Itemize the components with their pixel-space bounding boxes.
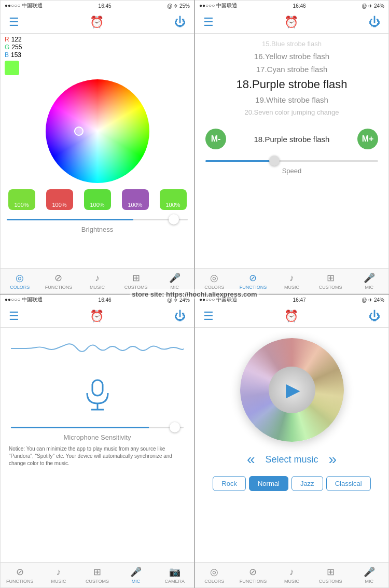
- q2-functions-label: FUNCTIONS: [240, 285, 267, 290]
- q4-tab-music[interactable]: ♪ MUSIC: [272, 563, 311, 587]
- q4-mic-icon: 🎤: [364, 566, 375, 578]
- q3-status-bar: ●●○○○ 中国联通 16:46 @ ✈ 24%: [1, 295, 194, 305]
- q4-next-btn[interactable]: »: [329, 451, 337, 468]
- q3-tab-mic[interactable]: 🎤 MIC: [117, 563, 156, 587]
- q2-carrier: ●●○○○ 中国联通: [199, 2, 237, 9]
- q1-colors-panel: ●●○○○ 中国联通 16:45 @ ✈ 25% ☰ ⏰ ⏻ R 122 G 2…: [0, 0, 195, 294]
- q4-carrier: ●●○○○ 中国联通: [199, 296, 237, 303]
- q4-functions-icon: ⊘: [249, 566, 257, 578]
- q1-time: 16:45: [99, 3, 112, 9]
- q1-tab-music[interactable]: ♪ MUSIC: [78, 269, 117, 293]
- q2-tab-customs[interactable]: ⊞ CUSTOMS: [311, 269, 350, 293]
- q1-status-bar: ●●○○○ 中国联通 16:45 @ ✈ 25%: [1, 1, 194, 11]
- q2-tab-functions[interactable]: ⊘ FUNCTIONS: [234, 269, 273, 293]
- q3-time: 16:46: [99, 297, 112, 303]
- q3-mic-icon-container: [1, 369, 194, 422]
- q2-func-name-display: 18.Purple strobe flash: [234, 135, 349, 144]
- q2-music-label: MUSIC: [284, 285, 299, 290]
- q1-mic-label: MIC: [170, 285, 179, 290]
- q4-genre-rock[interactable]: Rock: [213, 476, 246, 491]
- q1-brightness-slider[interactable]: [7, 214, 188, 225]
- q2-tab-bar: ◎ COLORS ⊘ FUNCTIONS ♪ MUSIC ⊞ CUSTOMS 🎤…: [195, 268, 388, 293]
- q3-menu-icon[interactable]: ☰: [9, 310, 19, 323]
- q1-music-label: MUSIC: [90, 285, 105, 290]
- q3-functions-icon: ⊘: [16, 566, 24, 578]
- q4-tab-mic[interactable]: 🎤 MIC: [350, 563, 388, 587]
- q2-music-icon: ♪: [289, 273, 294, 284]
- q2-speed-slider[interactable]: [205, 156, 378, 166]
- q4-status-bar: ●●○○○ 中国联通 16:47 @ ✈ 24%: [195, 295, 388, 305]
- q1-r-value: 122: [11, 36, 22, 43]
- q2-speed-section: Speed: [195, 156, 388, 179]
- q4-alarm-icon[interactable]: ⏰: [284, 310, 298, 323]
- q4-music-label: MUSIC: [284, 579, 299, 584]
- q2-alarm-icon[interactable]: ⏰: [284, 16, 298, 29]
- q2-colors-icon: ◎: [210, 272, 218, 284]
- q4-time: 16:47: [293, 297, 306, 303]
- q4-disc-center: ▶: [269, 367, 315, 413]
- q1-color-wheel[interactable]: [46, 79, 149, 183]
- q3-mic-sensitivity-section: Microphone Sensitivity: [1, 422, 194, 441]
- swatch-4[interactable]: 100%: [122, 189, 149, 210]
- swatch-1[interactable]: 100%: [8, 189, 35, 210]
- q1-alarm-icon[interactable]: ⏰: [90, 16, 104, 29]
- q3-alarm-icon[interactable]: ⏰: [90, 310, 104, 323]
- q1-customs-label: CUSTOMS: [124, 285, 148, 290]
- q2-func-item-18[interactable]: 18.Purple strobe flash: [205, 76, 378, 93]
- q2-m-minus-btn[interactable]: M-: [205, 129, 226, 149]
- swatch-3[interactable]: 100%: [84, 189, 111, 210]
- q4-genre-normal[interactable]: Normal: [249, 476, 288, 491]
- q1-r-label: R: [5, 36, 9, 43]
- q3-tab-customs[interactable]: ⊞ CUSTOMS: [78, 563, 117, 587]
- q2-speed-label: Speed: [205, 167, 378, 175]
- q3-sensitivity-slider[interactable]: [11, 422, 184, 432]
- q4-genre-jazz[interactable]: Jazz: [291, 476, 323, 491]
- q2-status-bar: ●●○○○ 中国联通 16:46 @ ✈ 24%: [195, 1, 388, 11]
- q2-customs-label: CUSTOMS: [319, 285, 342, 290]
- q1-brightness-thumb[interactable]: [169, 214, 179, 225]
- q2-tab-colors[interactable]: ◎ COLORS: [195, 269, 234, 293]
- q2-m-plus-btn[interactable]: M+: [357, 129, 378, 149]
- q2-func-item-19: 19.White strobe flash: [205, 93, 378, 106]
- q1-b-label: B: [5, 51, 9, 59]
- q2-power-icon[interactable]: ⏻: [369, 16, 380, 29]
- q3-music-icon: ♪: [56, 567, 61, 578]
- q3-tab-camera[interactable]: 📷 CAMERA: [155, 563, 194, 587]
- q4-music-disc[interactable]: ▶: [240, 338, 344, 442]
- q4-tab-colors[interactable]: ◎ COLORS: [195, 563, 234, 587]
- q3-nav-bar: ☰ ⏰ ⏻: [1, 305, 194, 328]
- q3-tab-music[interactable]: ♪ MUSIC: [39, 563, 78, 587]
- q1-tab-functions[interactable]: ⊘ FUNCTIONS: [39, 269, 78, 293]
- q2-tab-mic[interactable]: 🎤 MIC: [350, 269, 388, 293]
- q1-power-icon[interactable]: ⏻: [174, 16, 186, 29]
- q1-menu-icon[interactable]: ☰: [9, 16, 19, 29]
- q3-mic-panel: ●●○○○ 中国联通 16:46 @ ✈ 24% ☰ ⏰ ⏻ Microphon…: [0, 294, 195, 588]
- q4-nav-bar: ☰ ⏰ ⏻: [195, 305, 388, 328]
- q1-tab-customs[interactable]: ⊞ CUSTOMS: [117, 269, 156, 293]
- q1-g-value: 255: [11, 44, 22, 51]
- q3-power-icon[interactable]: ⏻: [174, 310, 186, 323]
- q4-menu-icon[interactable]: ☰: [203, 310, 214, 323]
- q2-menu-icon[interactable]: ☰: [203, 16, 214, 29]
- q2-time: 16:46: [293, 3, 306, 9]
- q3-sensitivity-thumb[interactable]: [170, 422, 180, 432]
- q3-camera-icon: 📷: [169, 566, 180, 578]
- swatch-5[interactable]: 100%: [160, 189, 187, 210]
- swatch-2[interactable]: 100%: [46, 189, 73, 210]
- q4-power-icon[interactable]: ⏻: [369, 310, 380, 323]
- q4-prev-btn[interactable]: «: [247, 451, 255, 468]
- q2-customs-icon: ⊞: [327, 272, 335, 284]
- q4-play-icon[interactable]: ▶: [286, 379, 300, 401]
- q4-tab-customs[interactable]: ⊞ CUSTOMS: [311, 563, 350, 587]
- q3-tab-functions[interactable]: ⊘ FUNCTIONS: [1, 563, 39, 587]
- q1-color-preview: [5, 61, 19, 75]
- q2-functions-icon: ⊘: [249, 272, 257, 284]
- q3-mic-svg-icon: [82, 377, 113, 414]
- q1-tab-colors[interactable]: ◎ COLORS: [1, 269, 39, 293]
- q1-tab-mic[interactable]: 🎤 MIC: [155, 269, 194, 293]
- q2-speed-thumb[interactable]: [269, 156, 280, 166]
- q4-tab-functions[interactable]: ⊘ FUNCTIONS: [234, 563, 273, 587]
- q2-tab-music[interactable]: ♪ MUSIC: [272, 269, 311, 293]
- q4-genre-classical[interactable]: Classical: [326, 476, 371, 491]
- q2-icons: @ ✈ 24%: [362, 3, 384, 9]
